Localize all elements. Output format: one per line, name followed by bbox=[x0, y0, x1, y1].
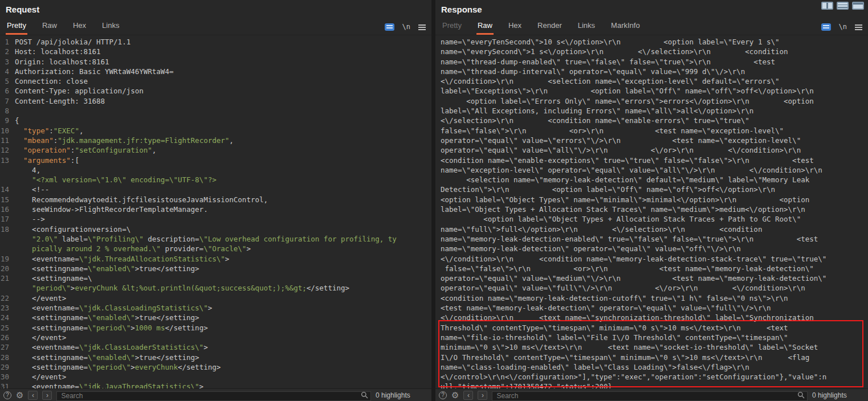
request-code-area: 1POST /api/jolokia/ HTTP/1.12Host: local… bbox=[0, 37, 431, 388]
request-code-line: 15 Recommendedwaytoedit.jfcfilesistouseJ… bbox=[0, 195, 431, 204]
http-message-viewer: Request PrettyRawHexLinks \n 1POST /api/… bbox=[0, 0, 868, 401]
response-tab-raw[interactable]: Raw bbox=[476, 21, 494, 35]
request-code-line: 1POST /api/jolokia/ HTTP/1.1 bbox=[0, 37, 431, 47]
request-code-line: 26 </event> bbox=[0, 333, 431, 342]
response-code-line: name=\"everyTenSecond\">10 s<\/option>\r… bbox=[435, 37, 868, 47]
request-tab-hex[interactable]: Hex bbox=[72, 21, 87, 35]
settings-gear-icon[interactable]: ⚙ bbox=[16, 391, 23, 399]
request-code-line: 29 <settingname=\"period\">everyChunk</s… bbox=[0, 362, 431, 372]
response-code-line: <\/condition>\r\n <text name=\"synchroni… bbox=[435, 313, 868, 322]
response-code-line: operator=\"equal\" value=\"errors\"\/>\r… bbox=[435, 136, 868, 145]
request-code-line: 21 <settingname=\ bbox=[0, 273, 431, 283]
layout-maximize-icon[interactable] bbox=[852, 2, 864, 10]
request-code-line: 3Origin: localhost:8161 bbox=[0, 57, 431, 67]
request-code-line: 18 <configurationversion=\ bbox=[0, 224, 431, 234]
request-code-line: 11 "mbean":"jdk.management.jfr:type=Flig… bbox=[0, 136, 431, 145]
request-tab-links[interactable]: Links bbox=[101, 21, 120, 35]
response-code-line: <option label=\"Object Types\" name=\"mi… bbox=[435, 195, 868, 204]
response-code-line: name=\"memory-leak-detection\" operator=… bbox=[435, 244, 868, 253]
request-code-line: pically around 2 % overhead.\" provider=… bbox=[0, 244, 431, 253]
request-code-line: 23 <eventname=\"jdk.ClassLoadingStatisti… bbox=[0, 303, 431, 313]
response-code-line: false=\"false\">\r\n <or>\r\n <test name… bbox=[435, 126, 868, 136]
request-code-line: 20 <settingname=\"enabled\">true</settin… bbox=[0, 264, 431, 273]
response-tab-render[interactable]: Render bbox=[536, 21, 563, 35]
request-code-line: "period\">everyChunk &lt;%out.println(&q… bbox=[0, 283, 431, 293]
search-next-button[interactable]: › bbox=[42, 391, 52, 400]
search-input[interactable] bbox=[56, 391, 371, 401]
settings-gear-icon[interactable]: ⚙ bbox=[451, 391, 459, 399]
search-field-wrap bbox=[56, 390, 371, 400]
response-code-line: name=\"class-loading-enabled\" label=\"C… bbox=[435, 362, 868, 372]
request-panel-title: Request bbox=[0, 0, 431, 18]
request-code-line: 31 <eventname=\"jdk.JavaThreadStatistics… bbox=[0, 382, 431, 388]
response-code-line: name=\"exception-level\" operator=\"equa… bbox=[435, 165, 868, 175]
request-code-line: 13 "arguments":[ bbox=[0, 156, 431, 165]
prettify-indicator-icon[interactable] bbox=[385, 23, 394, 31]
response-code-line: <option label=\"Object Types + Allocatio… bbox=[435, 214, 868, 224]
response-tab-pretty[interactable]: Pretty bbox=[441, 21, 463, 35]
response-code-line: <condition name=\"enable-exceptions\" tr… bbox=[435, 156, 868, 165]
nonprintable-chars-toggle[interactable]: \n bbox=[402, 23, 410, 31]
search-prev-button[interactable]: ‹ bbox=[28, 391, 38, 400]
request-code-line: 14 <!-- bbox=[0, 185, 431, 194]
nonprintable-chars-toggle[interactable]: \n bbox=[839, 23, 847, 31]
search-input[interactable] bbox=[492, 391, 808, 401]
request-code-line: 9{ bbox=[0, 116, 431, 125]
response-code-area: name=\"everyTenSecond\">10 s<\/option>\r… bbox=[435, 37, 868, 388]
response-code-line: ull,"timestamp":1701358472,"status":200} bbox=[435, 382, 868, 388]
request-code-line: 6Content-Type: application/json bbox=[0, 86, 431, 96]
layout-split-rows-icon[interactable] bbox=[837, 2, 849, 10]
response-panel-title: Response bbox=[435, 0, 868, 18]
request-code-line: 28 <settingname=\"enabled\">true</settin… bbox=[0, 353, 431, 362]
search-field-wrap bbox=[492, 390, 808, 400]
response-code-line: label=\"Object Types + Allocation Stack … bbox=[435, 204, 868, 214]
response-tabbar: PrettyRawHexRenderLinksMarkInfo \n bbox=[435, 18, 868, 35]
editor-menu-icon[interactable] bbox=[418, 24, 426, 30]
request-code-line: 24 <settingname=\"enabled\">true</settin… bbox=[0, 313, 431, 322]
request-code-line: 10 "type":"EXEC", bbox=[0, 126, 431, 136]
request-code-line: 16 seeWindow->FlightRecorderTemplateMana… bbox=[0, 204, 431, 214]
request-code-line: 22 </event> bbox=[0, 293, 431, 303]
request-search-bar: ? ⚙ ‹ › 0 highlights bbox=[0, 388, 431, 401]
request-editor-toolbar: \n bbox=[385, 23, 426, 35]
request-code-line: 12 "operation":"setConfiguration", bbox=[0, 145, 431, 155]
help-icon[interactable]: ? bbox=[439, 391, 447, 399]
editor-menu-icon[interactable] bbox=[855, 24, 862, 30]
help-icon[interactable]: ? bbox=[3, 391, 11, 399]
response-code-line: name=\"memory-leak-detection-enabled\" t… bbox=[435, 234, 868, 244]
response-tab-markinfo[interactable]: MarkInfo bbox=[610, 21, 641, 35]
highlights-count: 0 highlights bbox=[376, 391, 428, 399]
response-code-line: name=\"full\">full<\/option>\r\n <\/sele… bbox=[435, 224, 868, 234]
pane-divider[interactable] bbox=[431, 0, 435, 401]
request-code-line: 2Host: localhost:8161 bbox=[0, 47, 431, 56]
response-code-line: <condition name=\"memory-leak-detection-… bbox=[435, 293, 868, 303]
response-code-line: <\/condition>\r\n <selection name=\"exce… bbox=[435, 76, 868, 86]
response-panel: Response PrettyRawHexRenderLinksMarkInfo… bbox=[435, 0, 868, 401]
search-next-button[interactable]: › bbox=[478, 391, 487, 400]
request-tab-pretty[interactable]: Pretty bbox=[6, 21, 27, 35]
response-code-line: operator=\"equal\" value=\"medium\"\/>\r… bbox=[435, 273, 868, 283]
response-code-line: <selection name=\"memory-leak-detection\… bbox=[435, 175, 868, 185]
response-code-line: false=\"false\">\r\n <or>\r\n <test name… bbox=[435, 264, 868, 273]
request-code-line: 19 <eventname=\"jdk.ThreadAllocationStat… bbox=[0, 254, 431, 264]
search-prev-button[interactable]: ‹ bbox=[463, 391, 473, 400]
request-editor[interactable]: 1POST /api/jolokia/ HTTP/1.12Host: local… bbox=[0, 35, 431, 388]
request-code-line: 30 </event> bbox=[0, 372, 431, 382]
response-editor[interactable]: name=\"everyTenSecond\">10 s<\/option>\r… bbox=[435, 35, 868, 388]
request-tab-raw[interactable]: Raw bbox=[41, 21, 58, 35]
request-code-line: 17 --> bbox=[0, 214, 431, 224]
highlights-count: 0 highlights bbox=[812, 391, 865, 399]
prettify-indicator-icon[interactable] bbox=[821, 23, 831, 31]
request-code-line: 4, bbox=[0, 165, 431, 175]
response-code-line: <test name=\"memory-leak-detection\" ope… bbox=[435, 303, 868, 313]
layout-split-columns-icon[interactable] bbox=[821, 2, 833, 10]
request-code-line: "2.0\" label=\"Profiling\" description=\… bbox=[0, 234, 431, 244]
request-code-line: 8 bbox=[0, 106, 431, 116]
response-tab-hex[interactable]: Hex bbox=[507, 21, 523, 35]
response-code-line: operator=\"equal\" value=\"full\"\/>\r\n… bbox=[435, 283, 868, 293]
response-tab-links[interactable]: Links bbox=[577, 21, 596, 35]
request-tabbar: PrettyRawHexLinks \n bbox=[0, 18, 431, 35]
search-icon bbox=[797, 391, 805, 399]
search-icon bbox=[361, 391, 368, 399]
request-code-line: 5Connection: close bbox=[0, 76, 431, 86]
